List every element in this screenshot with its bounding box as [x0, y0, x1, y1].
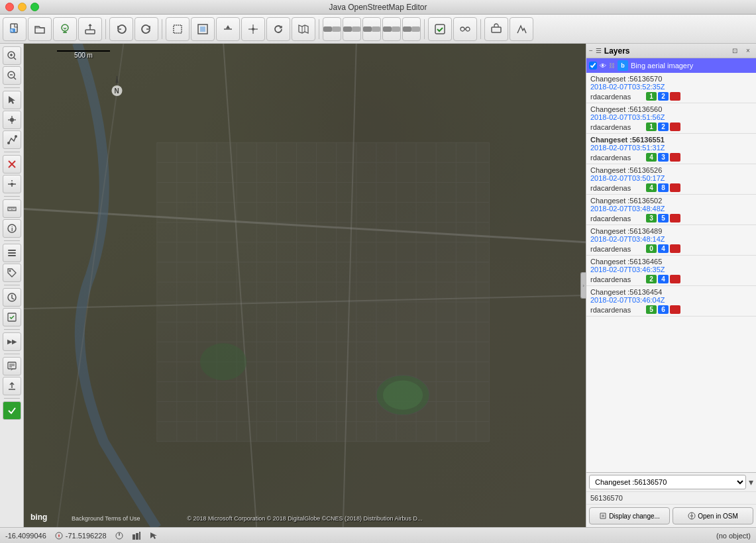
changeset-select[interactable]: Changeset :56136570	[589, 475, 746, 489]
redo-button[interactable]	[135, 17, 158, 41]
svg-point-18	[466, 27, 470, 31]
lon-value: -71.5196228	[66, 532, 107, 540]
zoom-fit-button[interactable]	[191, 17, 215, 41]
changeset-list[interactable]: Changeset :56136570 2018-02-07T03:52:35Z…	[586, 73, 756, 472]
changeset-user: rdacardenas	[590, 184, 643, 192]
toggle2-button[interactable]	[343, 17, 361, 41]
refresh-button[interactable]	[266, 17, 290, 41]
node-button[interactable]	[241, 17, 265, 41]
toggle3-button[interactable]	[362, 17, 381, 41]
traffic-lights	[5, 3, 39, 11]
validate-button[interactable]	[428, 17, 452, 41]
draw-way-button[interactable]	[3, 130, 21, 149]
upload-button[interactable]	[78, 17, 102, 41]
ltb-sep5	[4, 285, 20, 285]
info-button[interactable]: i	[3, 219, 21, 238]
changeset-item[interactable]: Changeset :56136489 2018-02-07T03:48:14Z…	[586, 225, 756, 256]
measure-button[interactable]	[3, 199, 21, 218]
toggle5-button[interactable]	[402, 17, 421, 41]
map-area[interactable]: N 500 m bing Background Terms of Use © 2…	[24, 44, 586, 527]
badge-deleted	[670, 92, 680, 101]
zoom-out-button[interactable]	[3, 66, 21, 85]
play-button[interactable]: ▶▶	[3, 332, 21, 351]
badge-count: 4	[646, 153, 657, 162]
tool1-button[interactable]	[484, 17, 508, 41]
svg-rect-4	[85, 30, 95, 34]
toggle4-button[interactable]	[382, 17, 401, 41]
bing-layer-checkbox[interactable]	[589, 62, 597, 70]
layers-detach-button[interactable]: ⊡	[729, 46, 740, 56]
layers-close-button[interactable]: ×	[743, 46, 753, 56]
new-button[interactable]: N	[3, 17, 27, 41]
layers-button[interactable]	[3, 244, 21, 262]
toggle1-button[interactable]	[323, 17, 341, 41]
changeset-header: Changeset :56136560	[590, 105, 752, 113]
changeset-item[interactable]: Changeset :56136465 2018-02-07T03:46:35Z…	[586, 256, 756, 286]
changeset-item[interactable]: Changeset :56136502 2018-02-07T03:48:48Z…	[586, 195, 756, 225]
changeset-item[interactable]: Changeset :56136551 2018-02-07T03:51:31Z…	[586, 134, 756, 164]
changeset-date[interactable]: 2018-02-07T03:46:35Z	[590, 266, 752, 273]
select-box-button[interactable]	[166, 17, 189, 41]
changeset-date[interactable]: 2018-02-07T03:48:48Z	[590, 205, 752, 213]
changeset-item[interactable]: Changeset :56136454 2018-02-07T03:46:04Z…	[586, 286, 756, 317]
tool2-button[interactable]	[510, 17, 533, 41]
changeset-date[interactable]: 2018-02-07T03:52:35Z	[590, 83, 752, 91]
bing-layer-row[interactable]: 👁 ⛓ b Bing aerial imagery	[586, 58, 756, 73]
open-in-osm-button[interactable]: Open in OSM	[673, 507, 753, 524]
scale-text: 500 m	[74, 52, 93, 59]
close-button[interactable]	[5, 3, 14, 11]
select-tool-button[interactable]	[3, 91, 21, 109]
svg-rect-57	[157, 142, 490, 442]
changeset-date[interactable]: 2018-02-07T03:46:04Z	[590, 296, 752, 304]
changeset-badges: 24	[646, 275, 680, 283]
split-button[interactable]	[216, 17, 240, 41]
right-panel: − ☰ Layers ⊡ × 👁 ⛓ b Bing aerial imagery…	[586, 44, 756, 527]
ltb-sep8	[4, 398, 20, 399]
open-button[interactable]	[28, 17, 52, 41]
changeset-item[interactable]: Changeset :56136560 2018-02-07T03:51:56Z…	[586, 103, 756, 134]
changeset-date[interactable]: 2018-02-07T03:51:56Z	[590, 113, 752, 121]
zoom-in-button[interactable]	[3, 46, 21, 65]
changeset-header: Changeset :56136489	[590, 227, 752, 235]
changeset-badges: 04	[646, 244, 680, 253]
draw-node-button[interactable]	[3, 111, 21, 129]
changeset-header: Changeset :56136454	[590, 288, 752, 296]
minimize-button[interactable]	[18, 3, 27, 11]
tags-button[interactable]	[3, 264, 21, 282]
svg-point-17	[460, 27, 464, 31]
delete-tool-button[interactable]	[3, 155, 21, 173]
badge-count: 5	[646, 305, 657, 314]
svg-rect-45	[8, 250, 16, 251]
download-button[interactable]	[53, 17, 77, 41]
map-switch-button[interactable]	[292, 17, 315, 41]
layers-title: Layers	[604, 46, 727, 56]
changeset-user: rdacardenas	[590, 245, 643, 253]
svg-rect-7	[200, 26, 205, 32]
changeset-date[interactable]: 2018-02-07T03:48:14Z	[590, 235, 752, 243]
map-terms[interactable]: Background Terms of Use	[72, 515, 140, 522]
changeset-item[interactable]: Changeset :56136570 2018-02-07T03:52:35Z…	[586, 73, 756, 103]
undo-button[interactable]	[109, 17, 133, 41]
display-changes-button[interactable]: Display change...	[589, 507, 670, 524]
history-button[interactable]	[3, 288, 21, 307]
notes-button[interactable]	[3, 357, 21, 375]
changeset-date[interactable]: 2018-02-07T03:51:31Z	[590, 144, 752, 152]
maximize-button[interactable]	[30, 3, 39, 11]
changeset-date[interactable]: 2018-02-07T03:50:17Z	[590, 174, 752, 182]
dropdown-expand-icon[interactable]: ▾	[749, 477, 753, 487]
badge-deleted	[670, 214, 680, 222]
todo-button[interactable]	[3, 308, 21, 326]
split-tool-button[interactable]	[3, 175, 21, 193]
relations-button[interactable]	[453, 17, 477, 41]
checkmark-button[interactable]	[3, 401, 21, 420]
changeset-user: rdacardenas	[590, 306, 643, 314]
collapse-icon[interactable]: −	[589, 47, 593, 54]
layer-visibility-icon[interactable]: 👁	[600, 62, 606, 70]
changeset-user: rdacardenas	[590, 154, 643, 162]
lon-item: -71.5196228	[54, 531, 107, 540]
window-title: Java OpenStreetMap Editor	[329, 3, 427, 12]
badge-deleted	[670, 123, 680, 131]
panel-collapse-handle[interactable]: ›	[580, 272, 586, 299]
changeset-item[interactable]: Changeset :56136526 2018-02-07T03:50:17Z…	[586, 164, 756, 195]
upload-tool-button[interactable]	[3, 377, 21, 395]
